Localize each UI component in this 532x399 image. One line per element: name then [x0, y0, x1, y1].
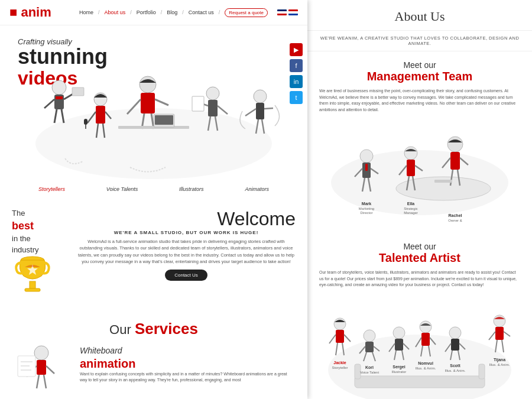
hero-labels: Storytellers Voice Talents Illustrators …	[12, 185, 296, 193]
svg-point-26	[206, 87, 219, 100]
svg-rect-84	[355, 376, 485, 388]
nav-blog[interactable]: Blog	[167, 9, 177, 15]
svg-text:Kori: Kori	[365, 365, 374, 369]
svg-rect-25	[155, 115, 173, 125]
welcome-title: Welcome	[77, 208, 296, 230]
svg-text:Voice Talent: Voice Talent	[360, 371, 379, 374]
youtube-icon[interactable]: ▶	[290, 43, 303, 56]
svg-point-111	[420, 321, 432, 333]
svg-line-131	[495, 340, 497, 352]
svg-rect-112	[421, 333, 430, 346]
wb-body: Want to explain confusing concepts with …	[80, 371, 296, 384]
svg-rect-15	[84, 119, 87, 125]
nl-flag[interactable]	[288, 9, 298, 15]
svg-rect-8	[72, 87, 84, 96]
svg-point-95	[364, 330, 375, 342]
trophy-area: The best in the industry	[12, 208, 65, 305]
svg-line-5	[54, 109, 57, 123]
svg-text:Illus. & Anim.: Illus. & Anim.	[445, 369, 466, 372]
svg-point-119	[449, 327, 461, 339]
services-text: Services	[135, 320, 198, 338]
label-animators: Animators	[245, 186, 270, 192]
svg-text:Owner &: Owner &	[448, 219, 462, 222]
svg-rect-42	[25, 288, 40, 291]
svg-line-46	[46, 366, 54, 374]
wb-label1: Whiteboard	[80, 346, 122, 355]
label-voice: Voice Talents	[106, 186, 138, 192]
hero-section: Crafting visually stunning videos ▶ f in…	[0, 25, 307, 199]
artist-desc: Our team of storytellers, voice talents,…	[319, 270, 520, 288]
svg-rect-128	[495, 327, 504, 340]
nav-home[interactable]: Home	[79, 9, 93, 15]
wb-text: Whiteboard animation Want to explain con…	[80, 344, 296, 384]
whiteboard-section: Whiteboard animation Want to explain con…	[0, 344, 307, 399]
best-word: best	[12, 220, 34, 232]
nav-contact[interactable]: Contact us	[189, 9, 214, 15]
svg-text:Sergei: Sergei	[392, 365, 405, 369]
svg-line-35	[245, 109, 256, 116]
nav-portfolio[interactable]: Portfolio	[137, 9, 156, 15]
mgmt-section: Meet our Management Team We are tired of…	[307, 51, 532, 233]
svg-point-1	[52, 80, 66, 95]
svg-rect-70	[407, 160, 415, 176]
best-industry: industry	[12, 245, 39, 254]
nav-sep2: /	[130, 9, 132, 15]
svg-rect-61	[434, 180, 452, 183]
wb-label2: animation	[80, 357, 135, 370]
svg-line-129	[489, 332, 495, 340]
svg-text:Marketing: Marketing	[359, 207, 374, 210]
svg-point-69	[404, 147, 417, 160]
welcome-section: The best in the industry	[0, 199, 307, 314]
best-the: The	[12, 209, 25, 218]
best-text: The best in the industry	[12, 208, 65, 255]
services-title: Our Services	[12, 320, 296, 338]
svg-text:Illus. & Anim.: Illus. & Anim.	[489, 363, 510, 366]
svg-rect-68	[365, 164, 368, 171]
about-header: About Us	[307, 0, 532, 31]
svg-text:Illustrator: Illustrator	[392, 370, 407, 374]
label-illustrators: Illustrators	[179, 186, 204, 192]
hero-stunning: stunning	[18, 46, 108, 67]
svg-line-36	[264, 108, 273, 109]
meet-our-artist: Meet our	[319, 242, 520, 251]
svg-rect-120	[451, 339, 459, 351]
svg-rect-56	[450, 152, 460, 170]
welcome-text-area: Welcome WE'RE A SMALL STUDIO, BUT OUR WO…	[77, 208, 296, 281]
wb-illustration	[12, 344, 71, 399]
svg-rect-41	[30, 281, 35, 288]
svg-rect-96	[365, 342, 374, 352]
svg-text:Ella: Ella	[407, 202, 415, 206]
logo-icon: ■	[9, 5, 17, 20]
svg-line-29	[218, 106, 228, 114]
svg-line-132	[502, 340, 504, 352]
svg-rect-7	[56, 96, 63, 99]
mgmt-title: Management Team	[319, 70, 520, 83]
trophy-icon	[12, 255, 53, 303]
svg-line-130	[504, 332, 510, 336]
navbar: ■ anim Home / About us / Portfolio / Blo…	[0, 0, 307, 25]
en-flag[interactable]	[277, 9, 287, 15]
language-flags	[277, 9, 298, 15]
svg-text:Jackie: Jackie	[333, 361, 346, 365]
artist-illustration: Jackie Storyteller Kori Voice Talent	[319, 293, 520, 400]
logo-text: anim	[21, 5, 51, 20]
svg-line-20	[155, 99, 168, 105]
logo[interactable]: ■ anim	[9, 5, 51, 20]
svg-text:Strategic: Strategic	[404, 207, 418, 210]
svg-text:Manager: Manager	[404, 211, 418, 215]
svg-point-103	[393, 327, 405, 339]
artist-title: Talented Artist	[319, 251, 520, 265]
nav-about[interactable]: About us	[105, 9, 126, 15]
svg-text:Mark: Mark	[362, 202, 371, 206]
label-storytellers: Storytellers	[38, 186, 65, 192]
svg-text:Scott: Scott	[450, 364, 460, 368]
contact-button[interactable]: Contact Us	[165, 270, 207, 281]
hero-illustration	[12, 67, 296, 185]
meet-our-mgmt: Meet our	[319, 60, 520, 70]
best-in: in the	[12, 234, 31, 243]
svg-rect-10	[96, 106, 105, 124]
svg-rect-86	[479, 364, 485, 379]
quote-button[interactable]: Request a quote	[225, 8, 268, 17]
mgmt-desc: We are tired of businesses missing the p…	[319, 88, 520, 113]
nav-sep1: /	[98, 9, 100, 15]
